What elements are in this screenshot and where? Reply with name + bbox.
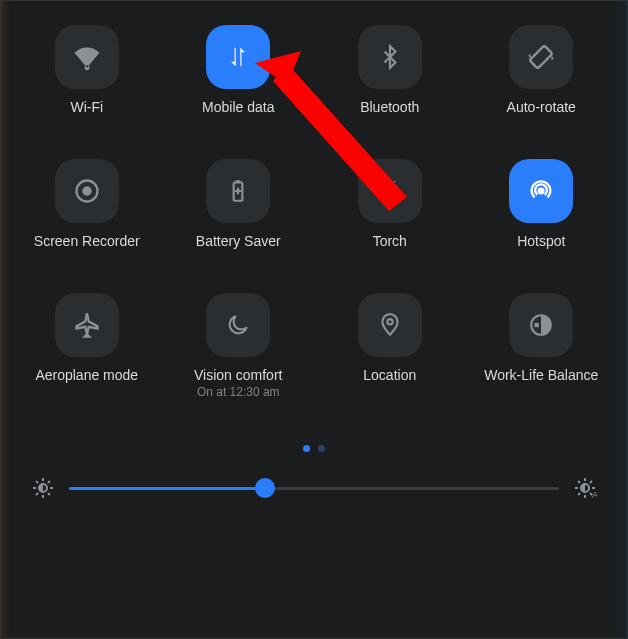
brightness-row: A (21, 476, 607, 510)
tile-label: Wi-Fi (70, 99, 103, 115)
svg-line-25 (578, 493, 580, 495)
svg-rect-0 (530, 45, 553, 68)
page-indicator (21, 445, 607, 452)
tile-label: Torch (373, 233, 407, 249)
tile-sublabel: On at 12:30 am (197, 385, 280, 399)
tile-battery-saver[interactable]: Battery Saver (173, 159, 305, 249)
slider-fill (69, 487, 265, 490)
torch-icon (358, 159, 422, 223)
tile-label: Auto-rotate (507, 99, 576, 115)
svg-line-15 (48, 493, 50, 495)
svg-point-2 (82, 186, 91, 195)
tile-label: Work-Life Balance (484, 367, 598, 383)
tile-bluetooth[interactable]: Bluetooth (324, 25, 456, 115)
tile-work-life-balance[interactable]: Work-Life Balance (476, 293, 608, 399)
tile-mobile-data[interactable]: Mobile data (173, 25, 305, 115)
quick-settings-grid: Wi-Fi Mobile data Bluetooth Auto-rotate (21, 25, 607, 399)
brightness-slider[interactable] (69, 476, 559, 500)
tile-screen-recorder[interactable]: Screen Recorder (21, 159, 153, 249)
tile-label: Location (363, 367, 416, 383)
svg-line-23 (578, 481, 580, 483)
work-life-icon (509, 293, 573, 357)
tile-label: Vision comfort (194, 367, 282, 383)
screen-recorder-icon (55, 159, 119, 223)
svg-line-16 (36, 493, 38, 495)
tile-label: Mobile data (202, 99, 274, 115)
aeroplane-icon (55, 293, 119, 357)
mobile-data-icon (206, 25, 270, 89)
moon-icon (206, 293, 270, 357)
tile-vision-comfort[interactable]: Vision comfort On at 12:30 am (173, 293, 305, 399)
svg-line-14 (36, 481, 38, 483)
tile-label: Screen Recorder (34, 233, 140, 249)
tile-label: Battery Saver (196, 233, 281, 249)
svg-rect-8 (535, 323, 539, 327)
tile-label: Bluetooth (360, 99, 419, 115)
tile-label: Aeroplane mode (35, 367, 138, 383)
svg-line-26 (590, 481, 592, 483)
brightness-auto-icon[interactable]: A (573, 476, 597, 500)
brightness-low-icon[interactable] (31, 476, 55, 500)
pager-dot (318, 445, 325, 452)
tile-hotspot[interactable]: Hotspot (476, 159, 608, 249)
quick-settings-panel: Wi-Fi Mobile data Bluetooth Auto-rotate (1, 1, 627, 638)
tile-torch[interactable]: Torch (324, 159, 456, 249)
edge-glow-left (1, 1, 11, 638)
auto-rotate-icon (509, 25, 573, 89)
svg-point-6 (387, 319, 392, 324)
svg-text:A: A (592, 490, 597, 500)
pager-dot-active (303, 445, 310, 452)
slider-thumb[interactable] (255, 478, 275, 498)
tile-auto-rotate[interactable]: Auto-rotate (476, 25, 608, 115)
svg-line-17 (48, 481, 50, 483)
battery-saver-icon (206, 159, 270, 223)
edge-glow-right (615, 1, 627, 638)
wifi-icon (55, 25, 119, 89)
location-icon (358, 293, 422, 357)
hotspot-icon (509, 159, 573, 223)
svg-point-5 (538, 188, 545, 195)
tile-location[interactable]: Location (324, 293, 456, 399)
tile-aeroplane-mode[interactable]: Aeroplane mode (21, 293, 153, 399)
bluetooth-icon (358, 25, 422, 89)
tile-wifi[interactable]: Wi-Fi (21, 25, 153, 115)
tile-label: Hotspot (517, 233, 565, 249)
svg-rect-4 (236, 180, 240, 182)
